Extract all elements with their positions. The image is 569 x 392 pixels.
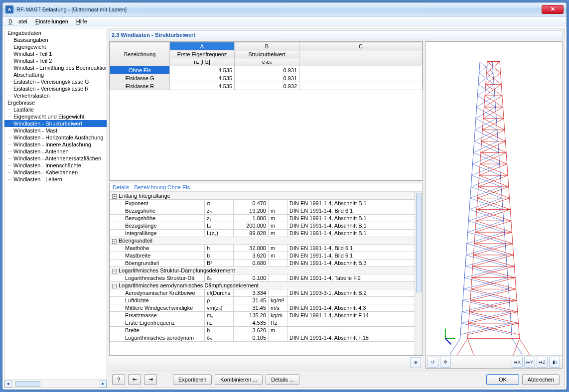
details-cell[interactable]: Breite [110, 327, 205, 334]
details-cell[interactable]: b [205, 327, 234, 334]
details-cell[interactable]: Hz [269, 319, 287, 327]
nav-item[interactable]: Verkehrslasten [4, 92, 107, 99]
ok-button[interactable]: OK [486, 374, 519, 385]
details-section[interactable]: −Entlang Integrallänge [110, 192, 423, 200]
details-cell[interactable]: Mittlere Windgeschwindigke [110, 304, 205, 312]
nav-h-scrollbar[interactable]: ◄ ► [4, 380, 107, 388]
details-cell[interactable]: DIN EN 1991-1-4, Bild 6.1 [287, 245, 423, 252]
details-cell[interactable]: m [269, 207, 287, 215]
nav-item[interactable]: Basisangaben [4, 36, 107, 43]
col-bezeichnung[interactable]: Bezeichnung [110, 42, 170, 66]
nav-group-results[interactable]: Ergebnisse [4, 99, 107, 106]
nav-item[interactable]: Windlast - Teil 2 [4, 57, 107, 64]
nav-item[interactable]: Eigengewicht und Eisgewicht [4, 113, 107, 120]
details-section[interactable]: −Logarithmisches aerodynamisches Dämpfun… [110, 282, 423, 289]
details-cell[interactable]: 99.828 [234, 230, 269, 237]
details-cell[interactable]: m [269, 327, 287, 334]
view-rotate-button[interactable]: ↺ [427, 357, 438, 368]
row-label[interactable]: Eisklasse R [110, 82, 170, 90]
col-a[interactable]: A [170, 42, 235, 50]
details-cell[interactable]: DIN EN 1991-1-4, Abschnitt B.1 [287, 200, 423, 207]
details-cell[interactable]: Böengrundteil [110, 260, 205, 267]
nav-item[interactable]: Abschattung [4, 71, 107, 78]
cancel-button[interactable]: Abbrechen [522, 374, 560, 385]
details-cell[interactable]: 31.45 [234, 304, 269, 312]
nav-group-input[interactable]: Eingabedaten [4, 29, 107, 36]
details-cell[interactable]: kg/m³ [269, 297, 287, 304]
details-cell[interactable] [287, 327, 423, 334]
details-cell[interactable]: Bezugshöhe [110, 215, 205, 222]
view-z-button[interactable]: ↦Z [537, 357, 548, 368]
details-cell[interactable]: 3.620 [234, 327, 269, 334]
cell[interactable]: 4.535 [170, 74, 235, 82]
nav-item[interactable]: Windlasten - Mast [4, 127, 107, 134]
nav-item[interactable]: Windlasten - Innenschächte [4, 162, 107, 169]
prev-table-button[interactable]: ⇤ [128, 374, 141, 385]
details-cell[interactable]: cf(Durchs [205, 289, 234, 297]
details-cell[interactable]: mₑ [205, 312, 234, 319]
details-cell[interactable]: 19.200 [234, 207, 269, 215]
model-viewer[interactable] [426, 42, 562, 355]
details-cell[interactable]: n₁ [205, 319, 234, 327]
nav-tree[interactable]: Eingabedaten Basisangaben Eigengewicht W… [4, 28, 107, 380]
details-cell[interactable]: Luftdichte [110, 297, 205, 304]
details-cell[interactable]: DIN EN 1991-1-4, Abschnitt B.3 [287, 260, 423, 267]
details-cell[interactable]: Masthöhe [110, 245, 205, 252]
details-cell[interactable]: Bezugslänge [110, 222, 205, 230]
details-section[interactable]: −Böengrundteil [110, 237, 423, 245]
details-cell[interactable]: Aerodynamischer Kraftbeiwe [110, 289, 205, 297]
details-cell[interactable]: L(zₛ) [205, 230, 234, 237]
details-cell[interactable]: δₛ [205, 274, 234, 282]
scroll-right-icon[interactable]: ► [100, 381, 107, 388]
details-cell[interactable]: 0.470 [234, 200, 269, 207]
details-cell[interactable]: m/s [269, 304, 287, 312]
details-cell[interactable]: 4.535 [234, 319, 269, 327]
details-cell[interactable] [287, 319, 423, 327]
view-y-button[interactable]: ↦Y [524, 357, 535, 368]
details-cell[interactable]: DIN EN 1991-1-4, Bild 6.1 [287, 252, 423, 260]
details-cell[interactable]: m [269, 245, 287, 252]
next-table-button[interactable]: ⇥ [144, 374, 157, 385]
details-cell[interactable]: Bezugshöhe [110, 207, 205, 215]
details-cell[interactable] [287, 297, 423, 304]
view-x-button[interactable]: ↦X [512, 357, 523, 368]
nav-item[interactable]: Windlasten - Kabelbahnen [4, 169, 107, 176]
details-cell[interactable]: Mastbreite [110, 252, 205, 260]
details-cell[interactable]: DIN EN 1991-1-4, Abschnitt F.18 [287, 334, 423, 342]
details-cell[interactable]: ρ [205, 297, 234, 304]
view-iso-button[interactable]: ◧ [549, 357, 560, 368]
row-label[interactable]: Eisklasse G [110, 74, 170, 82]
details-cell[interactable]: Logarithmisches aerodynam [110, 334, 205, 342]
scroll-left-icon[interactable]: ◄ [4, 381, 11, 388]
nav-item[interactable]: Windlasten - Leitern [4, 176, 107, 183]
details-cell[interactable]: DIN EN 1991-1-4, Abschnitt B.1 [287, 222, 423, 230]
details-cell[interactable]: zₜ [205, 215, 234, 222]
details-cell[interactable]: DIN EN 1991-1-4, Abschnitt B.1 [287, 215, 423, 222]
results-table[interactable]: Bezeichnung A B C Erste Eigenfrequenz St… [109, 41, 423, 181]
cell[interactable]: 0.932 [235, 82, 299, 90]
details-cell[interactable]: DIN EN 1991-1-4, Abschnitt 4.3 [287, 304, 423, 312]
details-cell[interactable] [269, 200, 287, 207]
details-cell[interactable]: zₛ [205, 207, 234, 215]
nav-item-selected[interactable]: Windlasten - Strukturbeiwert [4, 120, 107, 127]
details-table[interactable]: −Entlang IntegrallängeExponentα0.470DIN … [110, 192, 423, 342]
nav-item[interactable]: Lastfälle [4, 106, 107, 113]
details-cell[interactable]: 3.620 [234, 252, 269, 260]
details-cell[interactable]: 0.100 [234, 274, 269, 282]
details-cell[interactable]: m [269, 215, 287, 222]
view-pan-button[interactable]: ✥ [440, 357, 451, 368]
cell[interactable]: 0.931 [235, 74, 299, 82]
cell[interactable]: 0.931 [235, 66, 299, 74]
menu-help[interactable]: Hilfe [73, 17, 90, 25]
details-cell[interactable]: b [205, 252, 234, 260]
details-cell[interactable]: Logarithmisches Struktur-Dä [110, 274, 205, 282]
details-cell[interactable]: B² [205, 260, 234, 267]
cell[interactable]: 4.535 [170, 82, 235, 90]
details-cell[interactable]: DIN EN 1991-1-4, Abschnitt B.1 [287, 230, 423, 237]
menu-file[interactable]: Datei [5, 17, 30, 25]
details-cell[interactable] [269, 274, 287, 282]
details-cell[interactable]: 1.000 [234, 215, 269, 222]
titlebar[interactable]: A RF-MAST Belastung - [Gittermast mit La… [2, 2, 567, 16]
nav-item[interactable]: Windlasten - Antennenersatzflächen [4, 155, 107, 162]
close-button[interactable]: ✕ [542, 5, 564, 14]
